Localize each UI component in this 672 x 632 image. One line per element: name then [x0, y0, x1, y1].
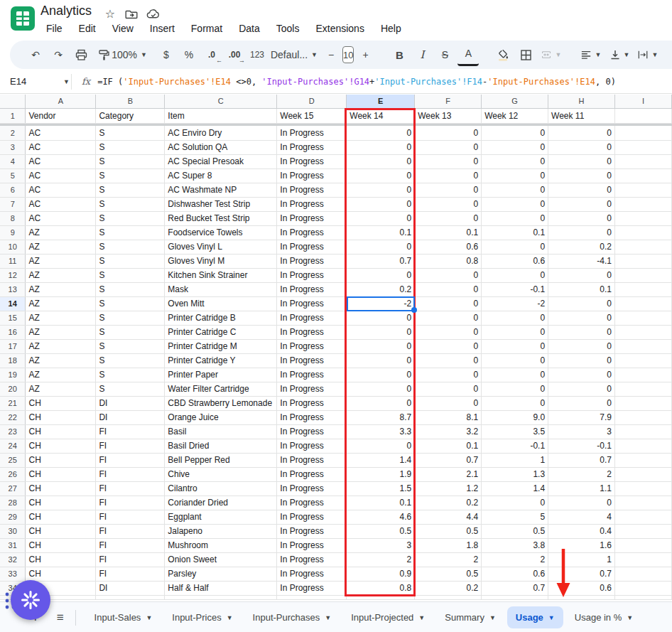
cell[interactable]: 0: [548, 168, 615, 183]
cell[interactable]: 0.5: [347, 524, 415, 538]
row-header[interactable]: 8: [0, 211, 26, 225]
cell[interactable]: AC: [26, 211, 96, 225]
cell[interactable]: 1.4: [347, 453, 415, 467]
cell[interactable]: 0: [482, 353, 548, 368]
cell[interactable]: 0: [548, 339, 615, 353]
cell[interactable]: DI: [96, 581, 165, 595]
row-header[interactable]: 20: [0, 382, 26, 396]
cell[interactable]: -4.1: [548, 254, 615, 268]
cell[interactable]: 0: [482, 211, 548, 225]
cell[interactable]: [615, 353, 672, 368]
row-header[interactable]: 18: [0, 353, 26, 368]
cell[interactable]: 0: [415, 211, 482, 225]
cell[interactable]: Kitchen Sink Strainer: [165, 268, 277, 282]
cell[interactable]: In Progress: [277, 168, 347, 183]
cell[interactable]: 4.6: [347, 510, 415, 524]
cell[interactable]: 0.8: [415, 254, 482, 268]
cell[interactable]: Category: [96, 108, 165, 123]
paint-format-button[interactable]: [94, 45, 114, 65]
grid-corner[interactable]: [0, 95, 26, 108]
chevron-down-icon[interactable]: ▼: [227, 614, 233, 621]
cell[interactable]: 0: [482, 382, 548, 396]
cell[interactable]: AC: [26, 126, 96, 140]
cell[interactable]: FI: [96, 567, 165, 581]
cell[interactable]: [615, 296, 672, 311]
cell[interactable]: 0: [415, 282, 482, 296]
cell[interactable]: 0: [347, 311, 415, 325]
cell[interactable]: 0: [548, 396, 615, 410]
italic-button[interactable]: I: [412, 45, 432, 65]
cell[interactable]: -0.1: [482, 282, 548, 296]
menu-data[interactable]: Data: [232, 21, 267, 36]
cell[interactable]: Mask: [165, 282, 277, 296]
cell[interactable]: 0.1: [548, 282, 615, 296]
menu-view[interactable]: View: [105, 21, 141, 36]
cell[interactable]: 1.6: [548, 538, 615, 552]
cell[interactable]: CH: [26, 481, 96, 496]
cell[interactable]: S: [96, 154, 165, 168]
zoom-select[interactable]: 100%▼: [116, 45, 142, 65]
cell[interactable]: 0.8: [347, 581, 415, 595]
cell[interactable]: DI: [96, 410, 165, 424]
cell[interactable]: AZ: [26, 282, 96, 296]
menu-edit[interactable]: Edit: [72, 21, 103, 36]
cell[interactable]: Onion Sweet: [165, 552, 277, 567]
cell[interactable]: CH: [26, 424, 96, 439]
cell[interactable]: 1.2: [415, 481, 482, 496]
cell[interactable]: CH: [26, 439, 96, 453]
cell[interactable]: [615, 524, 672, 538]
col-header-A[interactable]: A: [26, 95, 96, 108]
cell[interactable]: [165, 595, 277, 599]
cell[interactable]: 0: [415, 183, 482, 197]
cell[interactable]: 0: [415, 126, 482, 140]
chevron-down-icon[interactable]: ▼: [146, 614, 152, 621]
cell[interactable]: S: [96, 325, 165, 339]
cell[interactable]: 0: [347, 140, 415, 154]
cell[interactable]: 4.4: [415, 510, 482, 524]
cell[interactable]: -2: [482, 296, 548, 311]
col-header-F[interactable]: F: [415, 95, 482, 108]
cell[interactable]: AC: [26, 168, 96, 183]
cell[interactable]: 0.7: [347, 254, 415, 268]
cell[interactable]: 0: [548, 225, 615, 240]
redo-button[interactable]: ↷: [48, 45, 68, 65]
cell[interactable]: S: [96, 140, 165, 154]
cell[interactable]: 0: [482, 154, 548, 168]
cell[interactable]: S: [96, 254, 165, 268]
cell[interactable]: 1.8: [415, 538, 482, 552]
cell[interactable]: [615, 154, 672, 168]
cell[interactable]: AZ: [26, 225, 96, 240]
cell[interactable]: 0: [548, 197, 615, 211]
cell[interactable]: In Progress: [277, 382, 347, 396]
cell[interactable]: In Progress: [277, 581, 347, 595]
cell[interactable]: 0: [415, 140, 482, 154]
cell[interactable]: [615, 140, 672, 154]
cell[interactable]: 0: [482, 126, 548, 140]
row-header[interactable]: 4: [0, 154, 26, 168]
cell[interactable]: Oven Mitt: [165, 296, 277, 311]
cell[interactable]: 0: [415, 325, 482, 339]
cell[interactable]: 0: [548, 325, 615, 339]
cell[interactable]: [482, 595, 548, 599]
row-header[interactable]: 15: [0, 311, 26, 325]
cell[interactable]: In Progress: [277, 538, 347, 552]
cell[interactable]: 0: [548, 211, 615, 225]
cell[interactable]: S: [96, 282, 165, 296]
row-header[interactable]: 29: [0, 510, 26, 524]
cell[interactable]: Coriander Dried: [165, 496, 277, 510]
cell[interactable]: FI: [96, 481, 165, 496]
cell[interactable]: [615, 325, 672, 339]
number-format-button[interactable]: 123: [247, 45, 267, 65]
cell[interactable]: [615, 538, 672, 552]
cell[interactable]: Gloves Vinyl L: [165, 240, 277, 254]
row-header[interactable]: 23: [0, 424, 26, 439]
cell[interactable]: AC: [26, 197, 96, 211]
cell[interactable]: AZ: [26, 296, 96, 311]
cell[interactable]: 0: [347, 396, 415, 410]
row-header[interactable]: 25: [0, 453, 26, 467]
cell[interactable]: 0: [415, 296, 482, 311]
cell[interactable]: Printer Catridge M: [165, 339, 277, 353]
cell[interactable]: AZ: [26, 368, 96, 382]
cell[interactable]: AC Super 8: [165, 168, 277, 183]
row-header[interactable]: 28: [0, 496, 26, 510]
